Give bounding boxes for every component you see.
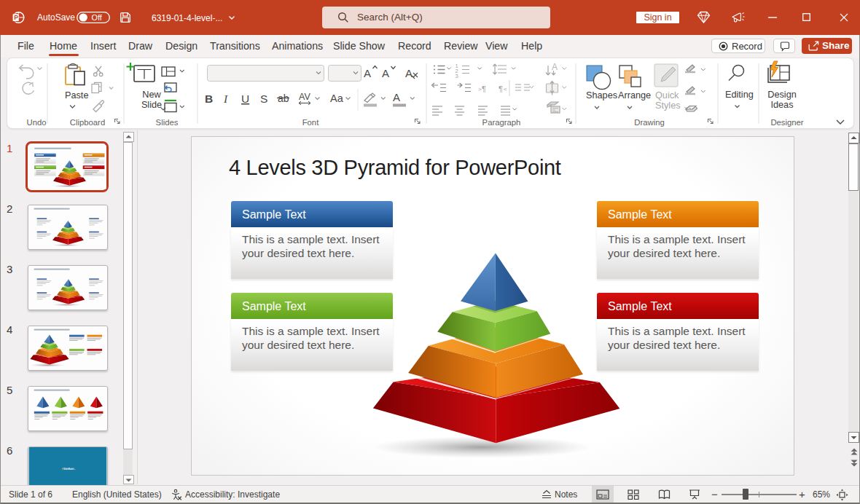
svg-text:3: 3: [456, 73, 458, 79]
svg-text:S: S: [260, 92, 267, 105]
svg-text:P: P: [14, 14, 18, 21]
svg-text:B: B: [205, 92, 213, 105]
svg-text:¶: ¶: [499, 84, 503, 93]
svg-text:U: U: [241, 92, 249, 105]
svg-text:Aa: Aa: [330, 92, 344, 104]
svg-text:A: A: [382, 67, 389, 79]
svg-text:<: <: [504, 86, 507, 92]
svg-text:¶: ¶: [482, 84, 486, 93]
svg-text:A: A: [552, 62, 558, 72]
svg-text:I: I: [223, 92, 228, 105]
svg-text:A: A: [393, 91, 400, 103]
svg-text:A: A: [405, 67, 413, 79]
svg-text:AV: AV: [299, 92, 310, 102]
svg-text:Off: Off: [92, 13, 103, 22]
svg-text:A: A: [364, 67, 371, 79]
